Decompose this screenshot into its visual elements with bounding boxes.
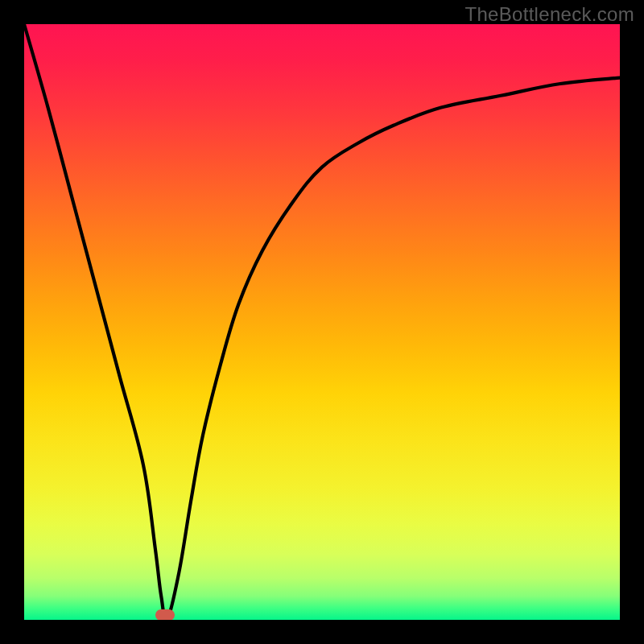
- chart-frame: TheBottleneck.com: [0, 0, 644, 644]
- source-caption: TheBottleneck.com: [464, 3, 634, 26]
- bottleneck-curve: [24, 24, 620, 620]
- curve-svg: [24, 24, 620, 620]
- minimum-marker: [155, 609, 175, 620]
- plot-area: [24, 24, 620, 620]
